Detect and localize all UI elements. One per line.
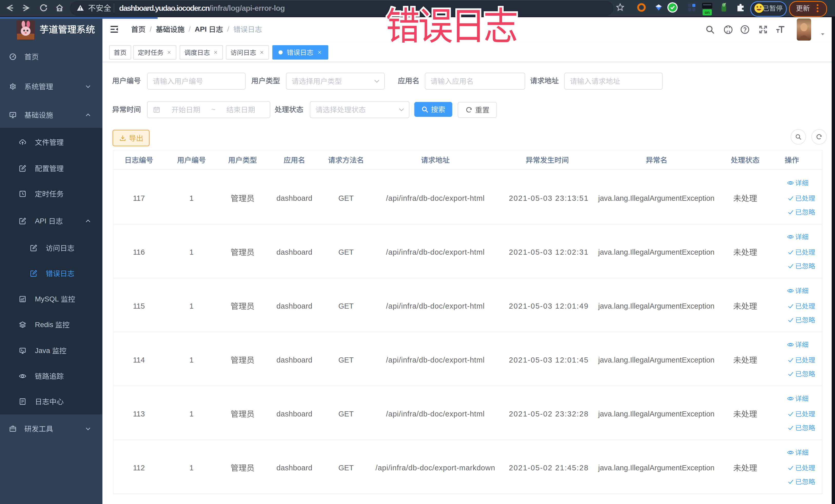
svg-text:on: on <box>705 10 710 15</box>
